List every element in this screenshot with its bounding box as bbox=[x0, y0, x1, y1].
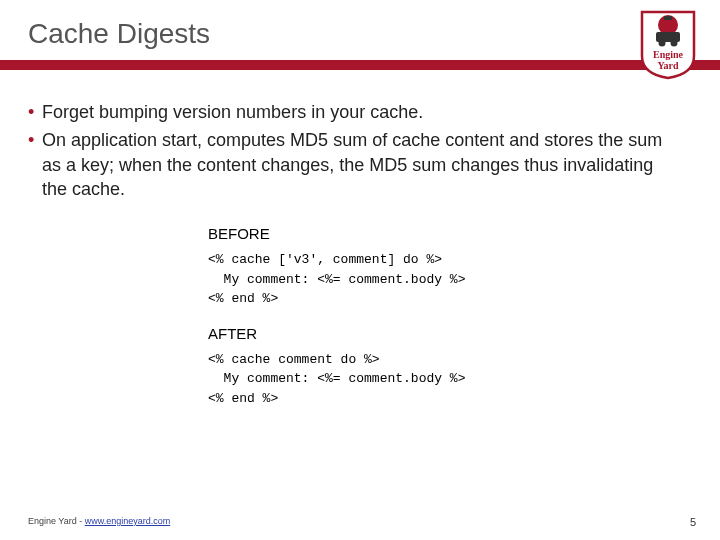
page-number: 5 bbox=[690, 516, 696, 528]
code-section: BEFORE <% cache ['v3', comment] do %> My… bbox=[208, 225, 680, 408]
slide-title: Cache Digests bbox=[28, 18, 720, 50]
svg-text:Yard: Yard bbox=[657, 60, 679, 71]
footer: Engine Yard - www.engineyard.com bbox=[28, 516, 170, 526]
svg-text:Engine: Engine bbox=[653, 49, 684, 60]
footer-company: Engine Yard - bbox=[28, 516, 85, 526]
after-label: AFTER bbox=[208, 325, 680, 342]
after-code: <% cache comment do %> My comment: <%= c… bbox=[208, 350, 680, 409]
brand-logo: Engine Yard bbox=[638, 8, 698, 80]
bullet-list: Forget bumping version numbers in your c… bbox=[28, 100, 680, 201]
svg-point-2 bbox=[659, 40, 666, 47]
svg-rect-4 bbox=[664, 16, 672, 20]
slide-content: Forget bumping version numbers in your c… bbox=[0, 70, 720, 408]
slide-header: Cache Digests bbox=[0, 0, 720, 50]
bullet-item: Forget bumping version numbers in your c… bbox=[28, 100, 680, 124]
svg-point-3 bbox=[671, 40, 678, 47]
footer-link[interactable]: www.engineyard.com bbox=[85, 516, 171, 526]
header-divider bbox=[0, 60, 720, 70]
bullet-item: On application start, computes MD5 sum o… bbox=[28, 128, 680, 201]
before-label: BEFORE bbox=[208, 225, 680, 242]
before-code: <% cache ['v3', comment] do %> My commen… bbox=[208, 250, 680, 309]
